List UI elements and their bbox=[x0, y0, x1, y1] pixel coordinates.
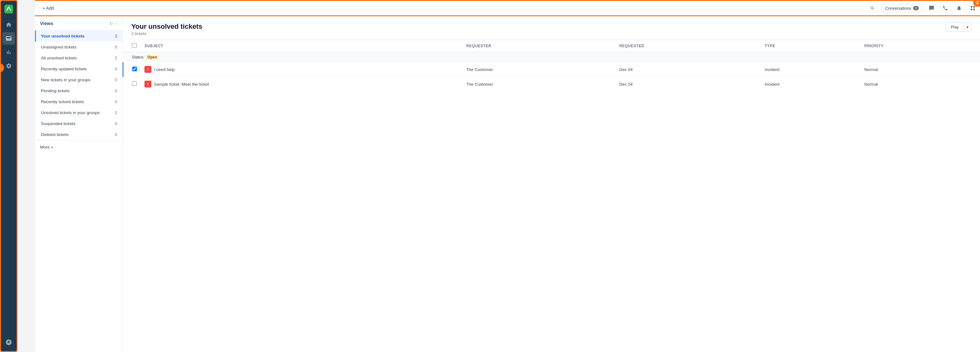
sidebar-item-unsolved-tickets-in-groups[interactable]: Unsolved tickets in your groups2 bbox=[35, 107, 122, 118]
sidebar-item-all-unsolved-tickets[interactable]: All unsolved tickets2 bbox=[35, 52, 122, 63]
view-item-label: New tickets in your groups bbox=[41, 78, 115, 82]
row-subject-cell: ! Sample ticket: Meet the ticket bbox=[141, 77, 463, 92]
tickets-panel: Your unsolved tickets 2 tickets Play ▾ S… bbox=[123, 16, 980, 352]
view-item-count: 0 bbox=[115, 121, 117, 126]
search-icon[interactable] bbox=[867, 3, 877, 13]
sidebar-item-suspended-tickets[interactable]: Suspended tickets0 bbox=[35, 118, 122, 129]
views-list: Your unsolved tickets2Unassigned tickets… bbox=[35, 31, 122, 140]
sidebar-item-tickets[interactable] bbox=[3, 32, 15, 45]
tickets-header: Your unsolved tickets 2 tickets Play ▾ bbox=[123, 16, 980, 40]
views-more-link[interactable]: More » bbox=[35, 140, 122, 154]
tickets-actions: Play ▾ bbox=[946, 22, 971, 32]
subject-cell: ! Sample ticket: Meet the ticket bbox=[145, 81, 459, 87]
view-item-label: Recently solved tickets bbox=[41, 100, 115, 104]
status-label: Status: bbox=[132, 55, 145, 59]
collapse-icon[interactable]: ‹ bbox=[116, 21, 117, 26]
view-item-label: Deleted tickets bbox=[41, 132, 115, 137]
table-head: Subject Requester Requested Type Priorit… bbox=[123, 40, 980, 52]
view-item-count: 2 bbox=[115, 110, 117, 115]
refresh-icon[interactable]: ↻ bbox=[110, 21, 113, 26]
row-type-cell: Incident bbox=[761, 77, 861, 92]
views-title: Views bbox=[40, 21, 110, 26]
tickets-body: Status: Open ! I need help The Customer … bbox=[123, 52, 980, 92]
view-item-count: 2 bbox=[115, 55, 117, 60]
views-header: Views ↻ ‹ bbox=[35, 16, 122, 31]
table-row[interactable]: ! I need help The Customer Dec 04 Incide… bbox=[123, 62, 980, 77]
sidebar-bottom bbox=[3, 336, 15, 349]
status-badge: Open bbox=[146, 55, 159, 60]
status-row: Status: Open bbox=[123, 52, 980, 62]
sidebar-item-recently-updated-tickets[interactable]: Recently updated tickets0 bbox=[35, 63, 122, 75]
sidebar-item-settings[interactable] bbox=[3, 60, 15, 72]
row-requester-cell: The Customer bbox=[463, 77, 616, 92]
view-item-count: 0 bbox=[115, 100, 117, 104]
row-requested-cell: Dec 04 bbox=[616, 77, 761, 92]
phone-icon[interactable] bbox=[940, 3, 950, 13]
type-header: Type bbox=[761, 40, 861, 52]
requester-header: Requester bbox=[463, 40, 616, 52]
row-requester-cell: The Customer bbox=[463, 62, 616, 77]
row-checkbox-cell bbox=[123, 77, 141, 92]
view-item-label: Suspended tickets bbox=[41, 121, 115, 126]
requested-header: Requested bbox=[616, 40, 761, 52]
view-item-count: 2 bbox=[115, 34, 117, 38]
row-priority-cell: Normal bbox=[861, 62, 980, 77]
sidebar-item-zendesk[interactable] bbox=[3, 336, 15, 349]
view-item-label: Your unsolved tickets bbox=[41, 34, 115, 38]
views-actions: ↻ ‹ bbox=[110, 21, 117, 26]
svg-rect-0 bbox=[5, 5, 13, 13]
dropdown-button[interactable]: ▾ bbox=[964, 22, 971, 32]
tickets-table: Subject Requester Requested Type Priorit… bbox=[123, 40, 980, 92]
ticket-type-icon: ! bbox=[145, 66, 151, 73]
add-button[interactable]: + Add bbox=[40, 5, 56, 12]
view-item-label: All unsolved tickets bbox=[41, 55, 115, 60]
ticket-subject[interactable]: Sample ticket: Meet the ticket bbox=[154, 82, 209, 87]
view-item-label: Unsolved tickets in your groups bbox=[41, 110, 115, 115]
conversations-count: 0 bbox=[913, 6, 919, 10]
sidebar-item-recently-solved-tickets[interactable]: Recently solved tickets0 bbox=[35, 96, 122, 107]
chat-icon[interactable] bbox=[926, 3, 937, 13]
main-content: Views ↻ ‹ Your unsolved tickets2Unassign… bbox=[35, 16, 980, 352]
views-panel: Views ↻ ‹ Your unsolved tickets2Unassign… bbox=[35, 16, 123, 352]
sidebar-item-your-unsolved-tickets[interactable]: Your unsolved tickets2 bbox=[35, 31, 122, 41]
view-item-count: 0 bbox=[115, 132, 117, 137]
status-cell: Status: Open bbox=[123, 52, 980, 62]
play-button[interactable]: Play bbox=[946, 22, 964, 32]
sidebar-item-deleted-tickets[interactable]: Deleted tickets0 bbox=[35, 129, 122, 140]
tickets-title: Your unsolved tickets bbox=[131, 22, 202, 31]
row-type-cell: Incident bbox=[761, 62, 861, 77]
sidebar-item-new-tickets-in-your-groups[interactable]: New tickets in your groups0 bbox=[35, 75, 122, 86]
subject-header: Subject bbox=[141, 40, 463, 52]
sidebar: 1 bbox=[0, 0, 18, 352]
view-item-label: Pending tickets bbox=[41, 89, 115, 93]
table-row[interactable]: ! Sample ticket: Meet the ticket The Cus… bbox=[123, 77, 980, 92]
view-item-label: Unassigned tickets bbox=[41, 45, 115, 49]
view-item-count: 0 bbox=[115, 89, 117, 93]
sidebar-logo[interactable] bbox=[3, 3, 14, 15]
sidebar-item-home[interactable] bbox=[3, 19, 15, 31]
row-checkbox[interactable] bbox=[132, 81, 137, 86]
row-priority-cell: Normal bbox=[861, 77, 980, 92]
sidebar-item-reporting[interactable] bbox=[3, 46, 15, 59]
row-requested-cell: Dec 04 bbox=[616, 62, 761, 77]
view-item-label: Recently updated tickets bbox=[41, 67, 115, 71]
ticket-subject[interactable]: I need help bbox=[154, 67, 175, 72]
view-item-count: 0 bbox=[115, 78, 117, 82]
row-checkbox[interactable] bbox=[132, 67, 137, 71]
tickets-title-block: Your unsolved tickets 2 tickets bbox=[131, 22, 202, 36]
select-all-header bbox=[123, 40, 141, 52]
ticket-type-icon: ! bbox=[145, 81, 151, 87]
row-checkbox-cell bbox=[123, 62, 141, 77]
conversations-button[interactable]: Conversations 0 bbox=[881, 4, 923, 13]
tickets-subtitle: 2 tickets bbox=[131, 31, 202, 36]
priority-header: Priority bbox=[861, 40, 980, 52]
bell-icon[interactable] bbox=[954, 3, 964, 13]
table-header-row: Subject Requester Requested Type Priorit… bbox=[123, 40, 980, 52]
topbar: + Add Conversations 0 2 bbox=[35, 0, 980, 16]
select-all-checkbox[interactable] bbox=[132, 43, 137, 48]
view-item-count: 0 bbox=[115, 67, 117, 71]
row-subject-cell: ! I need help bbox=[141, 62, 463, 77]
sidebar-item-pending-tickets[interactable]: Pending tickets0 bbox=[35, 86, 122, 96]
sidebar-item-unassigned-tickets[interactable]: Unassigned tickets0 bbox=[35, 41, 122, 52]
subject-cell: ! I need help bbox=[145, 66, 459, 73]
